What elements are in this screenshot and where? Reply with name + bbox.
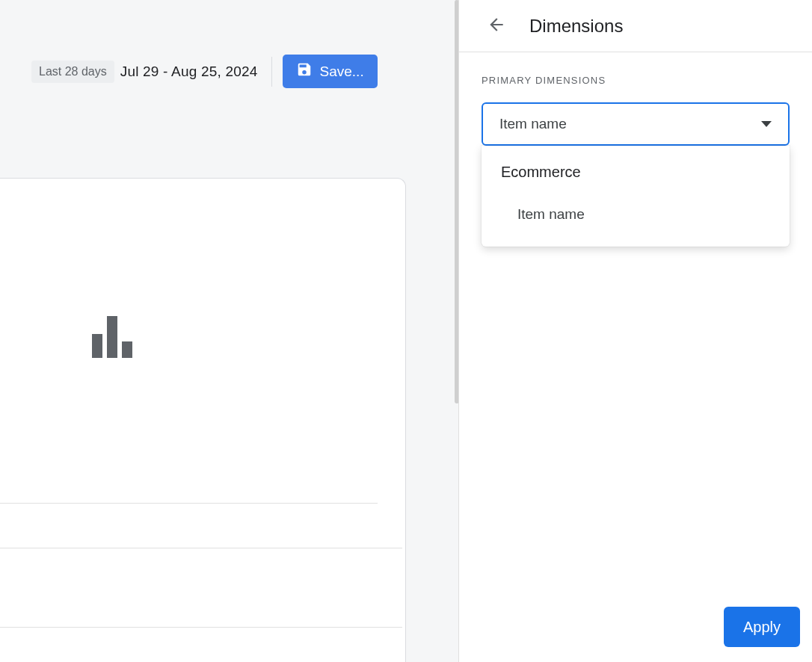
dropdown-group-ecommerce[interactable]: Ecommerce [482, 152, 790, 193]
vertical-divider [271, 57, 272, 87]
bar-icon [107, 316, 117, 358]
divider [0, 548, 402, 548]
date-range-chip[interactable]: Last 28 days [31, 61, 114, 83]
save-button-label: Save... [320, 64, 364, 80]
report-topbar: Last 28 days Jul 29 - Aug 25, 2024 Save.… [0, 55, 456, 88]
divider [0, 627, 402, 628]
dimensions-panel: Dimensions PRIMARY DIMENSIONS Item name … [459, 0, 812, 662]
primary-dimension-select[interactable]: Item name [482, 102, 790, 146]
panel-body: PRIMARY DIMENSIONS Item name Ecommerce I… [459, 52, 812, 247]
divider [0, 503, 378, 504]
apply-button[interactable]: Apply [724, 607, 800, 647]
save-icon [296, 61, 313, 81]
primary-dimensions-label: PRIMARY DIMENSIONS [482, 75, 790, 86]
bar-icon [122, 341, 132, 358]
panel-title: Dimensions [529, 16, 623, 37]
date-range-text[interactable]: Jul 29 - Aug 25, 2024 [120, 64, 258, 80]
panel-header: Dimensions [459, 0, 812, 52]
chart-loading-icon [92, 316, 137, 358]
save-button[interactable]: Save... [283, 55, 378, 88]
main-area: Last 28 days Jul 29 - Aug 25, 2024 Save.… [0, 0, 456, 662]
bar-icon [92, 334, 102, 358]
back-button[interactable] [482, 11, 511, 41]
dropdown-item-item-name[interactable]: Item name [482, 193, 790, 236]
chart-card [0, 178, 406, 662]
dimension-dropdown: Ecommerce Item name [482, 146, 790, 247]
arrow-left-icon [487, 15, 506, 37]
chevron-down-icon [761, 121, 772, 127]
select-value: Item name [499, 116, 567, 132]
